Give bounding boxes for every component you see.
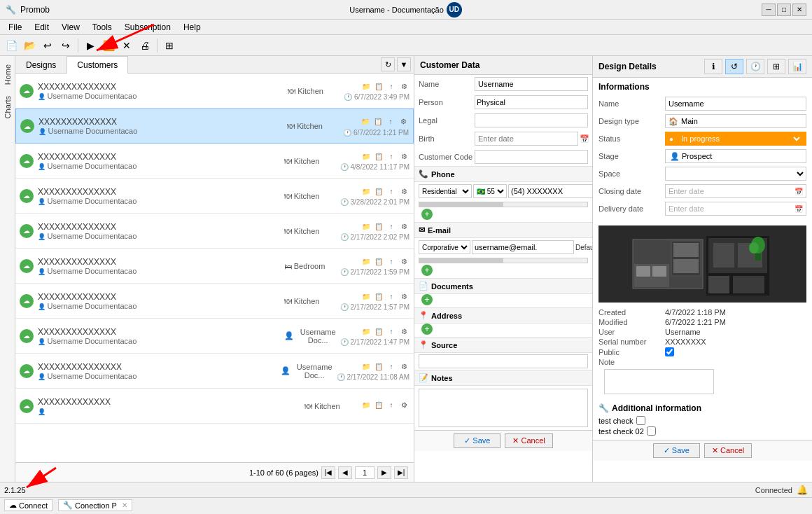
- notes-textarea[interactable]: [419, 389, 588, 427]
- item-copy-icon[interactable]: 📋: [373, 256, 384, 267]
- connection-p-close-icon[interactable]: ✕: [122, 501, 127, 509]
- item-copy-icon[interactable]: 📋: [373, 361, 384, 372]
- item-copy-icon[interactable]: 📋: [373, 221, 384, 232]
- menu-help[interactable]: Help: [178, 21, 206, 34]
- list-item[interactable]: ☁ XXXXXXXXXXXXXX Username Documentacao 👤…: [15, 319, 414, 354]
- item-copy-icon[interactable]: 📋: [373, 81, 384, 92]
- email-input[interactable]: [472, 240, 574, 254]
- list-item[interactable]: ☁ XXXXXXXXXXXXXX Username Documentacao 🍽…: [15, 144, 414, 179]
- list-item[interactable]: ☁ XXXXXXXXXXXXXX Username Documentacao 🍽…: [15, 214, 414, 249]
- person-select[interactable]: Physical Legal: [475, 95, 588, 109]
- item-copy-icon[interactable]: 📋: [373, 186, 384, 197]
- item-settings-icon[interactable]: ⚙: [398, 291, 410, 302]
- item-folder-icon[interactable]: 📁: [360, 186, 372, 197]
- grid-icon-button[interactable]: ⊞: [767, 59, 785, 74]
- customer-code-input[interactable]: [475, 150, 588, 164]
- item-settings-icon[interactable]: ⚙: [398, 151, 410, 162]
- open-button[interactable]: 📂: [21, 37, 38, 54]
- page-prev-button[interactable]: ◀: [338, 466, 352, 479]
- item-folder-icon[interactable]: 📁: [360, 151, 372, 162]
- item-share-icon[interactable]: ↑: [386, 81, 397, 92]
- menu-edit[interactable]: Edit: [29, 21, 55, 34]
- name-input[interactable]: [475, 77, 588, 91]
- menu-tools[interactable]: Tools: [87, 21, 118, 34]
- page-input[interactable]: [355, 466, 374, 479]
- item-share-icon[interactable]: ↑: [386, 256, 397, 267]
- customer-save-button[interactable]: ✓ Save: [454, 433, 500, 448]
- documents-add-button[interactable]: +: [421, 294, 433, 305]
- bell-icon[interactable]: 🔔: [797, 485, 808, 495]
- sidebar-home[interactable]: Home: [2, 62, 13, 88]
- new-button[interactable]: 📄: [3, 37, 20, 54]
- menu-view[interactable]: View: [56, 21, 85, 34]
- list-item-selected[interactable]: ☁ XXXXXXXXXXXXXX Username Documentacao 🍽…: [15, 109, 414, 144]
- grid-view-button[interactable]: ⊞: [161, 37, 178, 54]
- list-item[interactable]: ☁ XXXXXXXXXXXXXXX Username Documentacao …: [15, 354, 414, 389]
- item-copy-icon[interactable]: 📋: [372, 116, 384, 127]
- connect-tab[interactable]: ☁ Connect: [4, 499, 52, 511]
- note-textarea[interactable]: [604, 369, 714, 394]
- email-add-button[interactable]: +: [421, 265, 433, 276]
- status-select[interactable]: In progress Completed: [676, 132, 802, 146]
- item-share-icon[interactable]: ↑: [385, 116, 396, 127]
- design-name-input[interactable]: [665, 97, 806, 111]
- closing-date-input[interactable]: Enter date 📅: [665, 184, 806, 198]
- check2-checkbox[interactable]: [647, 426, 656, 436]
- item-settings-icon[interactable]: ⚙: [398, 116, 409, 127]
- item-share-icon[interactable]: ↑: [386, 151, 397, 162]
- toolbar-btn2[interactable]: ⏩: [100, 37, 117, 54]
- item-share-icon[interactable]: ↑: [386, 291, 397, 302]
- design-save-button[interactable]: ✓ Save: [653, 443, 700, 458]
- refresh-button[interactable]: ↻: [381, 57, 395, 71]
- item-copy-icon[interactable]: 📋: [373, 151, 384, 162]
- design-cancel-button[interactable]: ✕ Cancel: [704, 443, 752, 458]
- toolbar-btn3[interactable]: ✕: [118, 37, 135, 54]
- item-folder-icon[interactable]: 📁: [360, 326, 372, 337]
- item-folder-icon[interactable]: 📁: [360, 291, 372, 302]
- minimize-button[interactable]: ─: [762, 4, 776, 16]
- legal-input[interactable]: [475, 113, 588, 127]
- menu-file[interactable]: File: [3, 21, 27, 34]
- item-settings-icon[interactable]: ⚙: [398, 326, 410, 337]
- item-settings-icon[interactable]: ⚙: [398, 81, 410, 92]
- email-scrollbar[interactable]: [419, 258, 588, 263]
- info-icon-button[interactable]: ℹ: [704, 59, 722, 74]
- list-item[interactable]: ☁ XXXXXXXXXXXXXX Username Documentacao 🍽…: [15, 284, 414, 319]
- undo-button[interactable]: ↩: [39, 37, 56, 54]
- item-share-icon[interactable]: ↑: [386, 221, 397, 232]
- item-copy-icon[interactable]: 📋: [373, 400, 384, 411]
- window-controls[interactable]: ─ □ ✕: [762, 4, 806, 16]
- check1-checkbox[interactable]: [636, 416, 645, 425]
- item-folder-icon[interactable]: 📁: [360, 256, 372, 267]
- email-type-select[interactable]: Corporative Personal: [419, 240, 470, 254]
- item-folder-icon[interactable]: 📁: [360, 400, 372, 411]
- sidebar-charts[interactable]: Charts: [2, 93, 13, 121]
- toolbar-btn4[interactable]: 🖨: [136, 37, 153, 54]
- item-copy-icon[interactable]: 📋: [373, 291, 384, 302]
- tab-customers[interactable]: Customers: [66, 56, 128, 74]
- chart-icon-button[interactable]: 📊: [788, 59, 806, 74]
- item-copy-icon[interactable]: 📋: [373, 326, 384, 337]
- item-share-icon[interactable]: ↑: [386, 186, 397, 197]
- source-select[interactable]: [419, 354, 588, 368]
- public-checkbox[interactable]: [665, 347, 674, 356]
- phone-number-input[interactable]: [508, 184, 593, 198]
- phone-country-select[interactable]: 🇧🇷 55: [473, 184, 507, 198]
- redo-button[interactable]: ↪: [57, 37, 74, 54]
- address-add-button[interactable]: +: [421, 324, 433, 335]
- filter-button[interactable]: ▼: [397, 57, 411, 71]
- item-share-icon[interactable]: ↑: [386, 400, 397, 411]
- list-item[interactable]: ☁ XXXXXXXXXXXXXX Username Documentacao 🛏…: [15, 249, 414, 284]
- list-item[interactable]: ☁ XXXXXXXXXXXXX 🍽 Kitchen 📁 📋 ↑ ⚙: [15, 389, 414, 424]
- birth-input[interactable]: [475, 132, 578, 146]
- phone-add-button[interactable]: +: [421, 209, 433, 220]
- item-settings-icon[interactable]: ⚙: [398, 256, 410, 267]
- item-settings-icon[interactable]: ⚙: [398, 221, 410, 232]
- history-icon-button[interactable]: ↺: [725, 59, 743, 74]
- phone-type-select[interactable]: Residential Commercial Mobile: [419, 184, 472, 198]
- maximize-button[interactable]: □: [777, 4, 791, 16]
- item-folder-icon[interactable]: 📁: [360, 221, 372, 232]
- item-settings-icon[interactable]: ⚙: [398, 361, 410, 372]
- page-next-button[interactable]: ▶: [377, 466, 391, 479]
- tab-designs[interactable]: Designs: [15, 56, 66, 74]
